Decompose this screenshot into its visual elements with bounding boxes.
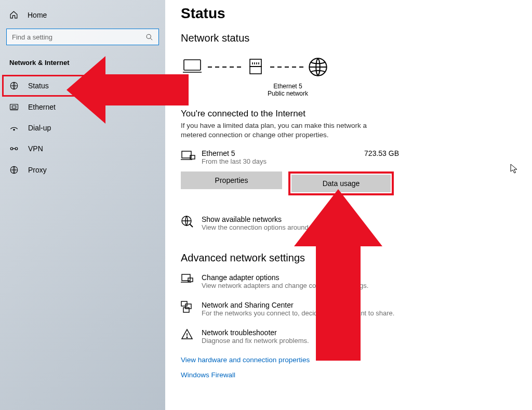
search-icon <box>145 33 153 41</box>
search-input[interactable] <box>6 29 159 45</box>
home-nav-item[interactable]: Home <box>0 5 165 24</box>
status-icon <box>9 81 19 90</box>
connection-usage: 723.53 GB <box>364 149 399 157</box>
svg-marker-34 <box>294 189 382 361</box>
diagram-adapter-label: Ethernet 5 <box>210 83 366 90</box>
ethernet-icon <box>9 103 19 111</box>
svg-point-6 <box>14 129 15 130</box>
sidebar-item-proxy[interactable]: Proxy <box>0 159 165 181</box>
sidebar-item-label: Ethernet <box>28 103 56 111</box>
svg-point-7 <box>10 148 13 150</box>
home-icon <box>9 10 18 19</box>
search-field[interactable] <box>12 33 145 41</box>
svg-point-32 <box>187 337 188 338</box>
mouse-cursor-icon <box>510 164 518 174</box>
diagram-labels: Ethernet 5 Public network <box>210 83 366 97</box>
connected-heading: You're connected to the Internet <box>181 109 516 119</box>
connection-summary-row: Ethernet 5 From the last 30 days 723.53 … <box>181 149 399 165</box>
page-title: Status <box>181 5 516 22</box>
sidebar-item-status[interactable]: Status <box>2 75 163 97</box>
dialup-icon <box>9 124 19 131</box>
sidebar-item-label: Status <box>28 82 49 90</box>
svg-rect-25 <box>182 274 190 281</box>
svg-rect-4 <box>12 106 16 109</box>
svg-line-1 <box>150 38 152 40</box>
svg-rect-13 <box>250 59 261 67</box>
svg-point-8 <box>15 148 18 150</box>
section-network-status: Network status <box>181 32 516 44</box>
network-diagram <box>181 55 516 80</box>
sidebar-item-label: Dial-up <box>28 124 51 132</box>
option-title: Network troubleshooter <box>202 328 309 337</box>
connection-line <box>270 67 303 68</box>
svg-rect-14 <box>250 67 261 74</box>
globe-icon <box>305 55 330 80</box>
option-desc: Diagnose and fix network problems. <box>202 337 309 345</box>
globe-icon <box>9 165 19 175</box>
warning-icon <box>181 328 195 340</box>
sidebar-item-label: VPN <box>28 144 43 153</box>
connection-name: Ethernet 5 <box>202 149 364 157</box>
monitor-icon <box>181 150 196 163</box>
adapter-icon <box>181 273 195 285</box>
sidebar-item-label: Proxy <box>28 166 47 174</box>
annotation-arrow-up <box>294 189 382 361</box>
diagram-network-type: Public network <box>210 90 366 97</box>
sharing-icon <box>181 301 195 313</box>
svg-line-24 <box>190 224 193 227</box>
globe-icon <box>181 215 195 228</box>
svg-rect-3 <box>10 104 18 110</box>
router-icon <box>243 55 268 80</box>
connected-description: If you have a limited data plan, you can… <box>181 121 373 140</box>
vpn-icon <box>9 145 19 152</box>
connection-line <box>208 67 241 68</box>
link-windows-firewall[interactable]: Windows Firewall <box>181 371 516 379</box>
svg-point-0 <box>147 34 151 38</box>
sidebar-item-vpn[interactable]: VPN <box>0 138 165 159</box>
svg-rect-20 <box>182 151 191 158</box>
properties-button[interactable]: Properties <box>181 171 282 189</box>
home-label: Home <box>28 11 47 19</box>
connection-period: From the last 30 days <box>202 157 364 165</box>
